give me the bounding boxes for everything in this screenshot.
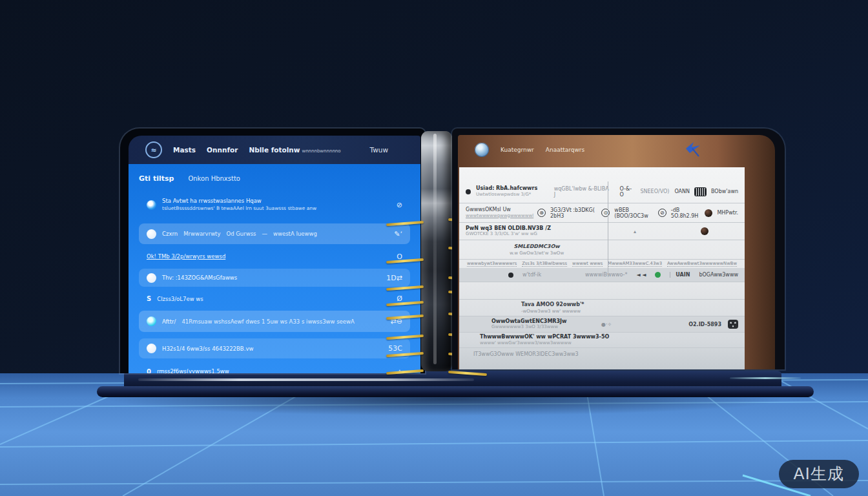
nav-item-2[interactable]: Onnnfor bbox=[207, 146, 238, 154]
item-segment: wwestA Iuewwg bbox=[273, 231, 317, 237]
nav-item-1[interactable]: Masts bbox=[173, 146, 196, 154]
row-action-icon[interactable]: 1D⇄ bbox=[386, 274, 402, 282]
item-label: Czxrn bbox=[162, 231, 178, 237]
cell-value: wBEB (BOO/3OC3w bbox=[614, 207, 653, 219]
table-row[interactable]: w'tdf-ik wwwwiBwwwo-* ◄ ◄ UAIN bOGAww3ww… bbox=[459, 268, 745, 282]
cell-line2: -wOww3ww3 ww' wwwww bbox=[521, 308, 715, 315]
slash-glyph: ⊘ bbox=[660, 210, 665, 216]
cell-value: 3G3/3Vt :b3DKG( 2bH3 bbox=[550, 207, 597, 219]
row-action-icon[interactable]: Ø bbox=[397, 294, 402, 303]
device-base-slot-highlight bbox=[138, 378, 474, 381]
item-label: Afttr/ bbox=[162, 318, 176, 325]
item-text: Sta Avtwt ha rrwsstwaslannes Hqaw tsluet… bbox=[162, 198, 391, 212]
cell-value: -dB 5O.8h2.9H bbox=[671, 207, 701, 219]
nav-item-4[interactable]: Twuw bbox=[370, 146, 389, 154]
table-row[interactable]: Usiad: RbA.hafcwwrs Uwtwtloswwpwdsw 3/G*… bbox=[459, 180, 745, 203]
table-row[interactable]: OwwOwtaGwtENC3MR3Jw Gwwwwwww3 3wO 3/33ww… bbox=[459, 316, 745, 333]
panel-gap bbox=[459, 282, 745, 299]
left-subheader: Gti tiltsp Onkon Hbnxstto bbox=[139, 170, 410, 186]
table-row[interactable]: SMLEDDMC3Ow w.w GwOw3/wt'w 3wOw bbox=[459, 240, 745, 260]
cell-line1: Usiad: RbA.hafcwwrs bbox=[476, 185, 549, 192]
cell-line2: wwww' wwwGw'3wwww3/www3wwwww bbox=[480, 340, 609, 347]
table-row[interactable]: Tava AMOO 92owwb'* -wOww3ww3 ww' wwwww bbox=[459, 299, 745, 316]
cell-value: w'tdf-ik bbox=[522, 272, 541, 278]
cell-value: SNEEO/VO) bbox=[640, 189, 669, 194]
cell-line1: OwwOwtaGwtENC3MR3Jw bbox=[491, 318, 595, 325]
right-nav-item-1[interactable]: Kuategrnwr bbox=[501, 147, 534, 153]
bullet-icon bbox=[466, 189, 471, 194]
status-dot-green bbox=[655, 272, 661, 278]
item-label: 0 bbox=[147, 368, 151, 374]
ai-generated-watermark: AI生成 bbox=[779, 460, 859, 488]
rendered-scene: ≈ Masts Onnnfor Nblle fotolnwwnnnnbwnnnn… bbox=[0, 0, 868, 496]
sphere-icon bbox=[705, 209, 712, 217]
cell-value: BObw'awn bbox=[711, 189, 738, 194]
column-header[interactable]: AwwAwwBwwt3wwwwwwNwBw bbox=[667, 261, 737, 267]
cell-value: bOGAww3www bbox=[699, 272, 738, 278]
row-action-icon[interactable]: 53C bbox=[388, 344, 402, 353]
table-row[interactable]: PwN wq3 BEN OLDIB.NV3B /Z GWOTCKE 3 3/3/… bbox=[459, 223, 745, 240]
item-avatar-icon bbox=[147, 200, 156, 210]
item-link[interactable]: Ok! TMb 3/2p/wrwyrs wewsd bbox=[147, 253, 391, 260]
list-item[interactable]: Sta Avtwt ha rrwsstwaslannes Hqaw tsluet… bbox=[139, 190, 410, 220]
cell-line1: PwN wq3 BEN OLDIB.NV3B /Z bbox=[466, 225, 569, 232]
list-item[interactable]: H32s1/4 6ww3/ss 4643222BB.vw 53C bbox=[139, 338, 410, 358]
column-header[interactable]: wwwwbywt3wwwwwrs bbox=[467, 261, 517, 267]
cell-line2: Uwtwtloswwpwdsw 3/G* bbox=[476, 192, 549, 198]
item-text: 41Rmsuaw wshssAewf dwes 1 5uw ws A33 s i… bbox=[181, 318, 384, 325]
bird-icon[interactable] bbox=[683, 141, 703, 159]
table-row[interactable]: ThwwwBwwwwOK' ww wPCRAT 3wwww3-5O wwww' … bbox=[459, 333, 745, 348]
nav-item-3[interactable]: Nblle fotolnwwnnnnbwnnnnno bbox=[249, 146, 340, 154]
right-screen: Kuategrnwr Anaattarqwrs Usiad: RbA.hafcw… bbox=[458, 135, 775, 369]
list-item[interactable]: S Clzss3/oL7ew ws Ø bbox=[139, 291, 410, 307]
cell-line2: Gwwwwwww3 3wO 3/33www bbox=[491, 324, 595, 331]
item-text: Clzss3/oL7ew ws bbox=[157, 296, 391, 302]
binder-hinge bbox=[421, 131, 452, 371]
cell-line1: ThwwwBwwwwOK' ww wPCRAT 3wwww3-5O bbox=[480, 334, 609, 340]
list-item[interactable]: Czxrn Mrwwarvrwty Od Gurwss — wwestA Iue… bbox=[139, 223, 410, 244]
right-nav-item-2[interactable]: Anaattarqwrs bbox=[546, 147, 584, 153]
sphere-icon bbox=[701, 227, 708, 235]
cell-line2: wwwtwwwwwqwwgwwwwwwl bbox=[466, 213, 533, 220]
list-item[interactable]: 0 rmss2f6ws(yywwws1.5ww △ bbox=[139, 362, 410, 373]
list-item[interactable]: Ok! TMb 3/2p/wrwyrs wewsd O bbox=[139, 248, 410, 265]
item-segment: — bbox=[262, 231, 268, 237]
cell-line1: Tava AMOO 92owwb'* bbox=[521, 302, 715, 308]
item-segment: Mrwwarvrwty bbox=[183, 231, 220, 237]
bullet-icon bbox=[508, 273, 513, 278]
item-avatar-icon bbox=[147, 344, 156, 353]
slash-circle-icon: ⊘ bbox=[658, 209, 666, 217]
cell-text: GwwwsOKMsl Uw wwwtwwwwwqwwgwwwwwwl bbox=[466, 207, 533, 219]
fan-icon: ⊛ bbox=[537, 209, 546, 217]
cell-value: O-&-O bbox=[620, 186, 636, 198]
subheader-tab-1[interactable]: Gti tiltsp bbox=[139, 174, 174, 183]
column-header[interactable]: Zss3s 3/t3Bwlbwwss bbox=[522, 261, 567, 267]
cell-value: OANN bbox=[674, 189, 690, 194]
item-text: rmss2f6ws(yywwws1.5ww bbox=[157, 368, 391, 373]
table-row[interactable]: IT3wwG3Owww WEMOR3IDEC3ww3ww3 bbox=[459, 348, 745, 360]
cell-marker: ▴ bbox=[574, 229, 696, 234]
left-screen: ≈ Masts Onnnfor Nblle fotolnwwnnnnbwnnnn… bbox=[129, 136, 420, 373]
list-item[interactable]: Afttr/ 41Rmsuaw wshssAewf dwes 1 5uw ws … bbox=[139, 311, 410, 332]
logo-glyph: ≈ bbox=[150, 146, 156, 154]
row-action-icon[interactable]: ⊘ bbox=[397, 201, 402, 209]
column-header[interactable]: wwwwt wwws bbox=[572, 261, 603, 267]
item-text: Thv: :143ZOG&AMsGfawws bbox=[162, 274, 380, 281]
cell-text: Usiad: RbA.hafcwwrs Uwtwtloswwpwdsw 3/G* bbox=[476, 185, 549, 198]
app-logo-icon[interactable]: ≈ bbox=[145, 141, 162, 158]
column-header[interactable]: MwwwAM33wwwC.43w3 bbox=[608, 261, 662, 267]
nav-item-3-label: Nblle fotolnw bbox=[249, 146, 300, 154]
cell-line2: w.w GwOw3/wt'w 3wOw bbox=[466, 250, 608, 256]
panel-column-divider bbox=[608, 181, 608, 277]
cell-text: SMLEDDMC3Ow w.w GwOw3/wt'w 3wOw bbox=[466, 243, 608, 256]
chip-icon[interactable] bbox=[728, 320, 738, 329]
barcode-icon bbox=[695, 188, 706, 196]
list-item[interactable]: Thv: :143ZOG&AMsGfawws 1D⇄ bbox=[139, 269, 410, 287]
left-screen-bezel: ≈ Masts Onnnfor Nblle fotolnwwnnnnbwnnnn… bbox=[120, 129, 425, 373]
globe-icon[interactable] bbox=[475, 143, 489, 157]
subheader-tab-2[interactable]: Onkon Hbnxstto bbox=[188, 175, 240, 182]
table-row[interactable]: GwwwsOKMsl Uw wwwtwwwwwqwwgwwwwwwl ⊛ 3G3… bbox=[459, 203, 745, 223]
cell-text: ThwwwBwwwwOK' ww wPCRAT 3wwww3-5O wwww' … bbox=[466, 334, 609, 346]
row-edit-icon[interactable]: ✎ʼ bbox=[394, 230, 402, 238]
cell-value: O2.ID-5893 bbox=[688, 322, 721, 327]
